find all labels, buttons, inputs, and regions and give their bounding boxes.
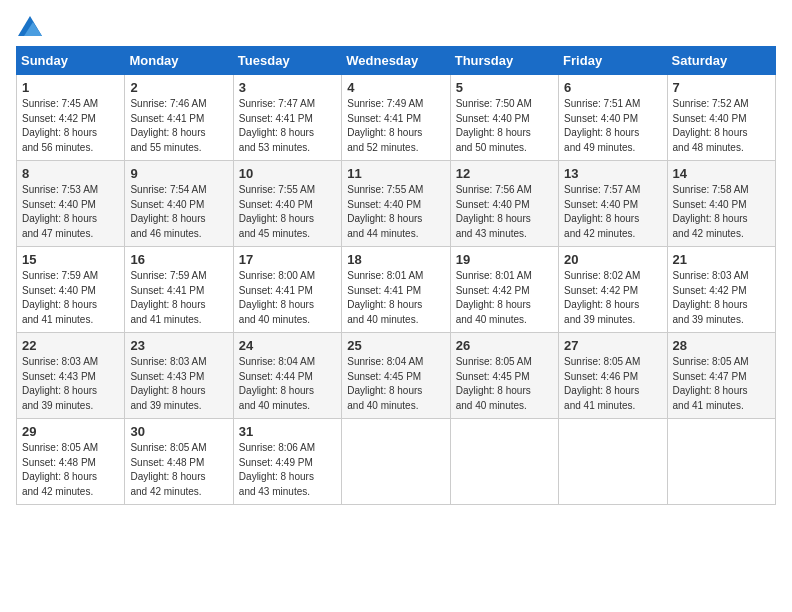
calendar-day-header-friday: Friday (559, 47, 667, 75)
calendar-cell (559, 419, 667, 505)
cell-content: Sunrise: 8:05 AMSunset: 4:46 PMDaylight:… (564, 355, 661, 413)
cell-content: Sunrise: 7:46 AMSunset: 4:41 PMDaylight:… (130, 97, 227, 155)
cell-content: Sunrise: 8:02 AMSunset: 4:42 PMDaylight:… (564, 269, 661, 327)
cell-content: Sunrise: 7:53 AMSunset: 4:40 PMDaylight:… (22, 183, 119, 241)
calendar-cell: 1Sunrise: 7:45 AMSunset: 4:42 PMDaylight… (17, 75, 125, 161)
cell-content: Sunrise: 8:05 AMSunset: 4:48 PMDaylight:… (22, 441, 119, 499)
cell-content: Sunrise: 8:04 AMSunset: 4:44 PMDaylight:… (239, 355, 336, 413)
cell-content: Sunrise: 7:52 AMSunset: 4:40 PMDaylight:… (673, 97, 770, 155)
day-number: 27 (564, 338, 661, 353)
calendar-cell: 22Sunrise: 8:03 AMSunset: 4:43 PMDayligh… (17, 333, 125, 419)
day-number: 14 (673, 166, 770, 181)
cell-content: Sunrise: 7:47 AMSunset: 4:41 PMDaylight:… (239, 97, 336, 155)
day-number: 6 (564, 80, 661, 95)
calendar-cell: 29Sunrise: 8:05 AMSunset: 4:48 PMDayligh… (17, 419, 125, 505)
calendar-cell: 8Sunrise: 7:53 AMSunset: 4:40 PMDaylight… (17, 161, 125, 247)
calendar-table: SundayMondayTuesdayWednesdayThursdayFrid… (16, 46, 776, 505)
cell-content: Sunrise: 7:50 AMSunset: 4:40 PMDaylight:… (456, 97, 553, 155)
calendar-cell: 2Sunrise: 7:46 AMSunset: 4:41 PMDaylight… (125, 75, 233, 161)
calendar-cell: 17Sunrise: 8:00 AMSunset: 4:41 PMDayligh… (233, 247, 341, 333)
logo-icon (18, 16, 42, 36)
calendar-cell: 31Sunrise: 8:06 AMSunset: 4:49 PMDayligh… (233, 419, 341, 505)
day-number: 8 (22, 166, 119, 181)
day-number: 24 (239, 338, 336, 353)
calendar-day-header-thursday: Thursday (450, 47, 558, 75)
calendar-week-row: 29Sunrise: 8:05 AMSunset: 4:48 PMDayligh… (17, 419, 776, 505)
calendar-week-row: 22Sunrise: 8:03 AMSunset: 4:43 PMDayligh… (17, 333, 776, 419)
cell-content: Sunrise: 8:05 AMSunset: 4:48 PMDaylight:… (130, 441, 227, 499)
cell-content: Sunrise: 8:05 AMSunset: 4:45 PMDaylight:… (456, 355, 553, 413)
calendar-cell: 13Sunrise: 7:57 AMSunset: 4:40 PMDayligh… (559, 161, 667, 247)
calendar-cell (342, 419, 450, 505)
calendar-week-row: 1Sunrise: 7:45 AMSunset: 4:42 PMDaylight… (17, 75, 776, 161)
page-header (16, 16, 776, 36)
day-number: 25 (347, 338, 444, 353)
calendar-cell: 7Sunrise: 7:52 AMSunset: 4:40 PMDaylight… (667, 75, 775, 161)
cell-content: Sunrise: 8:01 AMSunset: 4:41 PMDaylight:… (347, 269, 444, 327)
calendar-cell: 28Sunrise: 8:05 AMSunset: 4:47 PMDayligh… (667, 333, 775, 419)
day-number: 10 (239, 166, 336, 181)
day-number: 9 (130, 166, 227, 181)
calendar-cell (450, 419, 558, 505)
calendar-cell: 19Sunrise: 8:01 AMSunset: 4:42 PMDayligh… (450, 247, 558, 333)
cell-content: Sunrise: 7:54 AMSunset: 4:40 PMDaylight:… (130, 183, 227, 241)
cell-content: Sunrise: 8:03 AMSunset: 4:43 PMDaylight:… (22, 355, 119, 413)
day-number: 22 (22, 338, 119, 353)
cell-content: Sunrise: 8:04 AMSunset: 4:45 PMDaylight:… (347, 355, 444, 413)
day-number: 30 (130, 424, 227, 439)
calendar-cell: 16Sunrise: 7:59 AMSunset: 4:41 PMDayligh… (125, 247, 233, 333)
day-number: 4 (347, 80, 444, 95)
day-number: 29 (22, 424, 119, 439)
cell-content: Sunrise: 7:45 AMSunset: 4:42 PMDaylight:… (22, 97, 119, 155)
day-number: 18 (347, 252, 444, 267)
calendar-cell: 6Sunrise: 7:51 AMSunset: 4:40 PMDaylight… (559, 75, 667, 161)
calendar-cell: 27Sunrise: 8:05 AMSunset: 4:46 PMDayligh… (559, 333, 667, 419)
day-number: 12 (456, 166, 553, 181)
day-number: 2 (130, 80, 227, 95)
day-number: 5 (456, 80, 553, 95)
calendar-cell: 5Sunrise: 7:50 AMSunset: 4:40 PMDaylight… (450, 75, 558, 161)
day-number: 7 (673, 80, 770, 95)
day-number: 21 (673, 252, 770, 267)
calendar-cell: 23Sunrise: 8:03 AMSunset: 4:43 PMDayligh… (125, 333, 233, 419)
cell-content: Sunrise: 7:51 AMSunset: 4:40 PMDaylight:… (564, 97, 661, 155)
calendar-cell: 26Sunrise: 8:05 AMSunset: 4:45 PMDayligh… (450, 333, 558, 419)
day-number: 26 (456, 338, 553, 353)
calendar-cell: 9Sunrise: 7:54 AMSunset: 4:40 PMDaylight… (125, 161, 233, 247)
calendar-cell: 18Sunrise: 8:01 AMSunset: 4:41 PMDayligh… (342, 247, 450, 333)
calendar-cell (667, 419, 775, 505)
day-number: 31 (239, 424, 336, 439)
calendar-week-row: 15Sunrise: 7:59 AMSunset: 4:40 PMDayligh… (17, 247, 776, 333)
calendar-cell: 21Sunrise: 8:03 AMSunset: 4:42 PMDayligh… (667, 247, 775, 333)
calendar-cell: 4Sunrise: 7:49 AMSunset: 4:41 PMDaylight… (342, 75, 450, 161)
cell-content: Sunrise: 7:49 AMSunset: 4:41 PMDaylight:… (347, 97, 444, 155)
calendar-cell: 10Sunrise: 7:55 AMSunset: 4:40 PMDayligh… (233, 161, 341, 247)
cell-content: Sunrise: 7:58 AMSunset: 4:40 PMDaylight:… (673, 183, 770, 241)
day-number: 16 (130, 252, 227, 267)
calendar-day-header-saturday: Saturday (667, 47, 775, 75)
logo (16, 16, 42, 36)
cell-content: Sunrise: 7:59 AMSunset: 4:41 PMDaylight:… (130, 269, 227, 327)
calendar-cell: 12Sunrise: 7:56 AMSunset: 4:40 PMDayligh… (450, 161, 558, 247)
calendar-week-row: 8Sunrise: 7:53 AMSunset: 4:40 PMDaylight… (17, 161, 776, 247)
cell-content: Sunrise: 7:55 AMSunset: 4:40 PMDaylight:… (347, 183, 444, 241)
cell-content: Sunrise: 8:01 AMSunset: 4:42 PMDaylight:… (456, 269, 553, 327)
day-number: 13 (564, 166, 661, 181)
cell-content: Sunrise: 7:59 AMSunset: 4:40 PMDaylight:… (22, 269, 119, 327)
calendar-cell: 25Sunrise: 8:04 AMSunset: 4:45 PMDayligh… (342, 333, 450, 419)
calendar-day-header-sunday: Sunday (17, 47, 125, 75)
cell-content: Sunrise: 8:06 AMSunset: 4:49 PMDaylight:… (239, 441, 336, 499)
day-number: 11 (347, 166, 444, 181)
cell-content: Sunrise: 8:00 AMSunset: 4:41 PMDaylight:… (239, 269, 336, 327)
calendar-cell: 11Sunrise: 7:55 AMSunset: 4:40 PMDayligh… (342, 161, 450, 247)
calendar-header-row: SundayMondayTuesdayWednesdayThursdayFrid… (17, 47, 776, 75)
calendar-cell: 3Sunrise: 7:47 AMSunset: 4:41 PMDaylight… (233, 75, 341, 161)
cell-content: Sunrise: 7:55 AMSunset: 4:40 PMDaylight:… (239, 183, 336, 241)
day-number: 23 (130, 338, 227, 353)
calendar-day-header-tuesday: Tuesday (233, 47, 341, 75)
cell-content: Sunrise: 7:56 AMSunset: 4:40 PMDaylight:… (456, 183, 553, 241)
calendar-cell: 14Sunrise: 7:58 AMSunset: 4:40 PMDayligh… (667, 161, 775, 247)
cell-content: Sunrise: 8:03 AMSunset: 4:43 PMDaylight:… (130, 355, 227, 413)
cell-content: Sunrise: 7:57 AMSunset: 4:40 PMDaylight:… (564, 183, 661, 241)
calendar-cell: 20Sunrise: 8:02 AMSunset: 4:42 PMDayligh… (559, 247, 667, 333)
